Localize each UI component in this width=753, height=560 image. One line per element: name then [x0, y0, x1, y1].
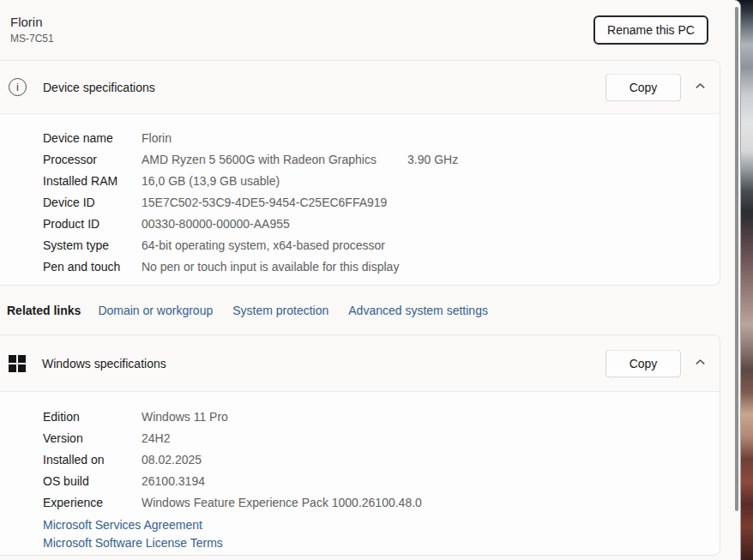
spec-row: Version24H2: [43, 428, 720, 449]
device-specifications-header: i Device specifications Copy: [0, 61, 720, 114]
spec-row: OS build26100.3194: [43, 471, 720, 492]
spec-label: Edition: [43, 406, 142, 428]
spec-value: Windows 11 Pro: [142, 410, 228, 424]
spec-value: Florin: [142, 131, 172, 145]
spec-value: 08.02.2025: [142, 453, 202, 467]
spec-label: Processor: [43, 149, 142, 171]
spec-row: System type64-bit operating system, x64-…: [43, 235, 720, 256]
collapse-device-specs-button[interactable]: [688, 75, 712, 99]
windows-specifications-body: EditionWindows 11 Pro Version24H2 Instal…: [0, 392, 720, 552]
spec-value: 15E7C502-53C9-4DE5-9454-C25EC6FFA919: [142, 196, 387, 209]
collapse-windows-specs-button[interactable]: [688, 352, 712, 376]
spec-label: Pen and touch: [43, 256, 142, 278]
spec-row: Installed on08.02.2025: [43, 449, 720, 471]
windows-specifications-header: Windows specifications Copy: [0, 335, 720, 392]
chevron-up-icon: [695, 357, 706, 370]
spec-row: ExperienceWindows Feature Experience Pac…: [43, 492, 720, 514]
related-links-label: Related links: [7, 304, 81, 317]
scrollbar[interactable]: [735, 7, 738, 511]
windows-logo-icon: [9, 355, 26, 372]
spec-label: System type: [43, 235, 142, 256]
device-specifications-body: Device nameFlorin ProcessorAMD Ryzen 5 5…: [0, 114, 720, 278]
spec-label: Version: [43, 428, 142, 449]
settings-window: Florin MS-7C51 Rename this PC i Device s…: [0, 0, 741, 560]
spec-value: 24H2: [142, 431, 170, 445]
spec-label: Product ID: [43, 214, 142, 235]
domain-or-workgroup-link[interactable]: Domain or workgroup: [98, 304, 213, 317]
processor-speed: 3.90 GHz: [407, 149, 458, 171]
pc-name: Florin: [10, 15, 43, 29]
windows-specifications-card: Windows specifications Copy EditionWindo…: [0, 334, 720, 556]
spec-row: EditionWindows 11 Pro: [43, 406, 720, 428]
spec-label: Device ID: [43, 192, 142, 214]
spec-value: 64-bit operating system, x64-based proce…: [142, 238, 385, 252]
related-links-row: Related links Domain or workgroup System…: [0, 286, 720, 334]
spec-row: ProcessorAMD Ryzen 5 5600G with Radeon G…: [43, 149, 720, 171]
desktop-wallpaper: Florin MS-7C51 Rename this PC i Device s…: [0, 0, 753, 560]
spec-value: AMD Ryzen 5 5600G with Radeon Graphics: [142, 153, 376, 166]
pc-model: MS-7C51: [10, 33, 54, 45]
spec-value: 16,0 GB (13,9 GB usable): [142, 174, 280, 188]
microsoft-services-agreement-link[interactable]: Microsoft Services Agreement: [43, 516, 720, 534]
spec-label: Installed RAM: [43, 171, 142, 192]
copy-device-specs-button[interactable]: Copy: [605, 73, 681, 101]
advanced-system-settings-link[interactable]: Advanced system settings: [348, 304, 488, 317]
spec-value: No pen or touch input is available for t…: [142, 260, 399, 274]
spec-row: Device nameFlorin: [43, 128, 720, 149]
spec-row: Pen and touchNo pen or touch input is av…: [43, 256, 720, 278]
device-specifications-card: i Device specifications Copy Device name…: [0, 60, 720, 286]
rename-pc-button[interactable]: Rename this PC: [593, 15, 708, 45]
spec-row: Device ID15E7C502-53C9-4DE5-9454-C25EC6F…: [43, 192, 720, 214]
spec-label: Experience: [43, 492, 142, 514]
spec-value: 00330-80000-00000-AA955: [142, 217, 290, 231]
spec-row: Product ID00330-80000-00000-AA955: [43, 214, 720, 235]
spec-label: Device name: [43, 128, 142, 149]
chevron-up-icon: [695, 81, 706, 94]
spec-label: OS build: [43, 471, 142, 492]
info-icon: i: [9, 78, 27, 96]
related-links-list: Domain or workgroup System protection Ad…: [98, 304, 488, 317]
spec-label: Installed on: [43, 449, 142, 471]
spec-value: Windows Feature Experience Pack 1000.261…: [142, 496, 422, 509]
system-protection-link[interactable]: System protection: [232, 304, 328, 317]
microsoft-links: Microsoft Services Agreement Microsoft S…: [43, 516, 720, 552]
spec-row: Installed RAM16,0 GB (13,9 GB usable): [43, 171, 720, 192]
about-page-header: Florin MS-7C51 Rename this PC: [0, 0, 720, 60]
device-specifications-title: Device specifications: [43, 81, 155, 94]
windows-specifications-title: Windows specifications: [42, 357, 166, 370]
spec-value: 26100.3194: [142, 474, 205, 488]
microsoft-software-license-terms-link[interactable]: Microsoft Software License Terms: [43, 534, 720, 552]
copy-windows-specs-button[interactable]: Copy: [605, 349, 681, 377]
